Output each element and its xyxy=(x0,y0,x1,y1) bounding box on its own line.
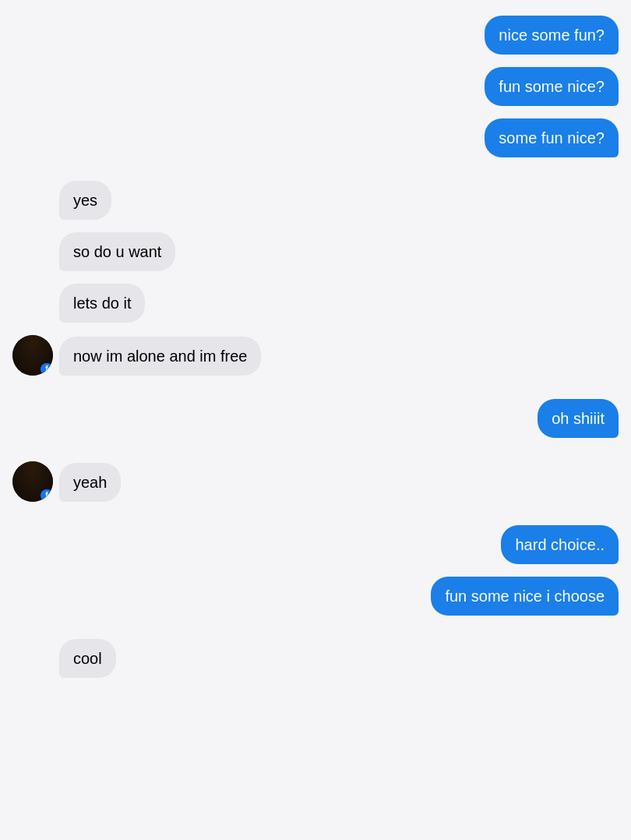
message-bubble: now im alone and im free xyxy=(59,337,261,376)
message-bubble: nice some fun? xyxy=(485,16,619,55)
message-bubble: so do u want xyxy=(59,232,175,271)
messages-container: nice some fun? fun some nice? some fun n… xyxy=(12,16,619,678)
avatar xyxy=(12,335,53,376)
message-row: some fun nice? xyxy=(12,118,619,157)
message-row: nice some fun? xyxy=(12,16,619,55)
message-bubble: lets do it xyxy=(59,284,145,323)
message-row: lets do it xyxy=(12,284,619,323)
message-row: yes xyxy=(12,181,619,220)
message-row-with-avatar: yeah xyxy=(12,461,619,502)
message-row-with-avatar: now im alone and im free xyxy=(12,335,619,376)
message-row: so do u want xyxy=(12,232,619,271)
message-bubble: hard choice.. xyxy=(501,525,619,564)
message-bubble: fun some nice? xyxy=(485,67,619,106)
message-bubble: some fun nice? xyxy=(485,118,619,157)
message-bubble: cool xyxy=(59,639,116,678)
message-row: fun some nice? xyxy=(12,67,619,106)
message-bubble: fun some nice i choose xyxy=(431,577,619,616)
message-bubble: yeah xyxy=(59,463,121,502)
message-row: cool xyxy=(12,639,619,678)
message-row: hard choice.. xyxy=(12,525,619,564)
message-row: fun some nice i choose xyxy=(12,577,619,616)
message-bubble: oh shiiit xyxy=(538,399,619,438)
message-bubble: yes xyxy=(59,181,111,220)
avatar xyxy=(12,461,53,502)
message-row: oh shiiit xyxy=(12,399,619,438)
